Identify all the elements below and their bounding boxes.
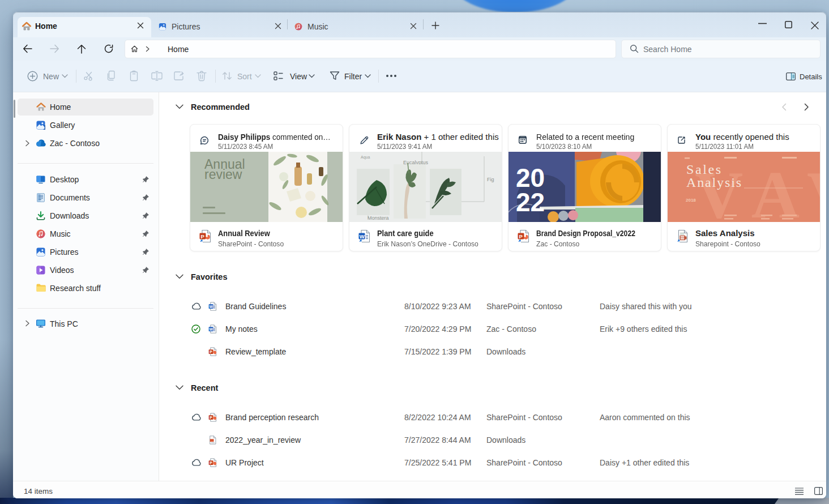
svg-text:Analysis: Analysis [686, 175, 741, 190]
svg-text:P: P [210, 461, 212, 465]
svg-text:Aqua: Aqua [361, 155, 370, 160]
svg-text:Monstera: Monstera [368, 215, 389, 221]
svg-text:W: W [209, 327, 213, 331]
svg-text:P: P [210, 350, 212, 354]
svg-text:W: W [209, 305, 213, 309]
svg-text:V: V [807, 158, 820, 222]
svg-text:review: review [204, 167, 242, 182]
svg-text:P: P [201, 233, 205, 240]
svg-text:W: W [360, 233, 365, 240]
svg-text:Fig: Fig [487, 177, 494, 182]
svg-text:2018: 2018 [686, 198, 696, 203]
svg-text:22: 22 [516, 187, 545, 217]
svg-text:P: P [210, 416, 212, 420]
svg-text:P: P [519, 233, 523, 240]
